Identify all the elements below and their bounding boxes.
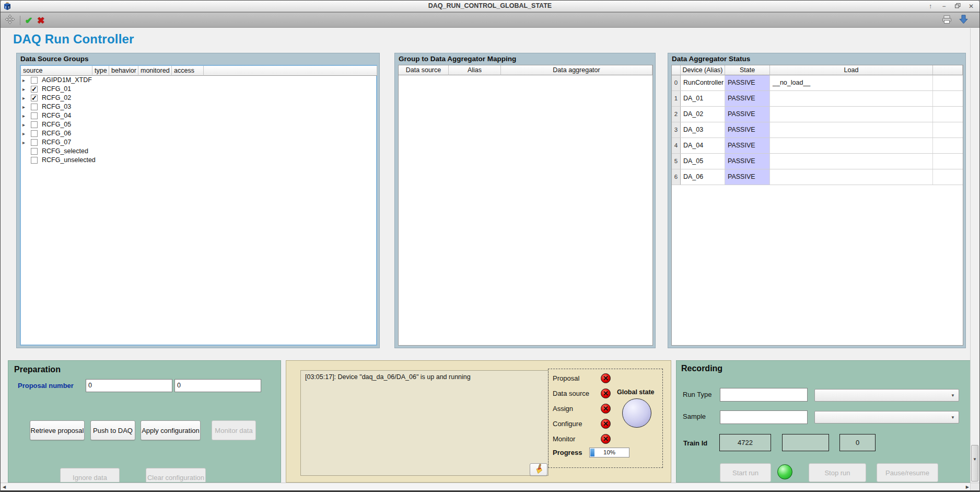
column-header[interactable]: State [725,65,770,75]
app-window: DAQ_RUN_CONTROL_GLOBAL_STATE ↑ − ✕ ✔ ✖ [0,0,980,492]
expander-icon[interactable]: ▸ [22,102,28,111]
checkbox-checked[interactable] [31,95,38,101]
load-cell [770,91,933,106]
column-header[interactable]: type [92,66,109,76]
checkbox-unchecked[interactable] [31,157,38,164]
row-index: 3 [672,122,681,138]
window-shade-icon[interactable]: ↑ [926,2,935,10]
move-icon[interactable] [5,14,15,27]
tree-row[interactable]: RCFG_selected [21,147,376,156]
aggregator-status-panel: Data Aggregator Status Device (Alias)Sta… [668,53,966,348]
source-group-label: RCFG_02 [42,94,71,102]
proposal-number-input-1[interactable]: 0 [86,379,172,392]
tree-row[interactable]: ▸RCFG_03 [21,102,376,111]
tree-row[interactable]: ▸RCFG_07 [21,138,376,147]
column-header[interactable] [933,65,963,75]
aggregator-row[interactable]: 5DA_05PASSIVE [672,154,963,169]
red-x-indicator [601,404,611,414]
expander-icon[interactable]: ▸ [22,76,28,85]
checkbox-unchecked[interactable] [31,148,38,155]
tree-row[interactable]: ▸RCFG_05 [21,120,376,129]
apply-check-icon[interactable]: ✔ [25,15,32,26]
expander-icon[interactable]: ▸ [22,94,28,102]
aggregator-row[interactable]: 1DA_01PASSIVE [672,91,963,107]
column-header[interactable]: monitored [138,66,172,76]
title-bar[interactable]: DAQ_RUN_CONTROL_GLOBAL_STATE ↑ − ✕ [1,1,979,12]
aggregator-status-header[interactable]: Device (Alias)StateLoad [672,65,963,75]
source-tree[interactable]: sourcetypebehaviormonitoredaccess ▸AGIPD… [20,65,377,346]
column-header[interactable] [204,66,377,76]
red-x-indicator [601,434,611,444]
source-group-label: AGIPD1M_XTDF [42,76,92,85]
clear-configuration-button[interactable]: Clear configuration [146,468,206,483]
expander-icon[interactable]: ▸ [22,85,28,94]
tree-row[interactable]: RCFG_unselected [21,156,376,165]
print-icon[interactable] [942,15,952,26]
tree-row[interactable]: ▸AGIPD1M_XTDF [21,76,376,85]
tree-row[interactable]: ▸RCFG_06 [21,129,376,138]
vertical-scrollbar[interactable] [970,28,979,483]
push-to-daq-button[interactable]: Push to DAQ [90,420,135,440]
column-header[interactable]: Load [770,65,933,75]
checkbox-unchecked[interactable] [31,77,38,84]
aggregator-row[interactable]: 6DA_06PASSIVE [672,169,963,185]
data-source-groups-panel: Data Source Groups sourcetypebehaviormon… [16,53,380,348]
vertical-scrollbar-thumb[interactable] [971,445,978,482]
log-area[interactable]: [03:05:17]: Device "daq_da_06/DA_06" is … [300,370,549,476]
horizontal-scrollbar[interactable]: ◀ ▶ [1,483,971,490]
column-header[interactable]: source [21,66,92,76]
cancel-x-icon[interactable]: ✖ [37,15,44,26]
column-header[interactable]: Device (Alias) [681,65,725,75]
scroll-down-icon[interactable]: ▼ [973,457,977,462]
source-tree-header[interactable]: sourcetypebehaviormonitoredaccess [21,66,376,76]
checkbox-unchecked[interactable] [31,130,38,137]
expander-icon[interactable]: ▸ [22,129,28,138]
scroll-right-icon[interactable]: ▶ [966,485,969,489]
aggregator-row[interactable]: 4DA_04PASSIVE [672,138,963,154]
column-header[interactable]: access [172,66,204,76]
state-cell: PASSIVE [725,75,770,90]
proposal-number-input-2[interactable]: 0 [174,379,261,392]
checkbox-unchecked[interactable] [31,112,38,119]
tree-row[interactable]: ▸RCFG_01 [21,85,376,94]
pause-resume-button[interactable]: Pause/resume [877,463,938,482]
expander-icon[interactable]: ▸ [22,111,28,120]
expander-icon[interactable]: ▸ [22,120,28,129]
aggregator-row[interactable]: 2DA_02PASSIVE [672,107,963,122]
sample-combo[interactable] [814,411,959,424]
retrieve-proposal-button[interactable]: Retrieve proposal [30,420,85,440]
column-header[interactable]: Alias [449,65,501,75]
scroll-left-icon[interactable]: ◀ [3,485,6,489]
monitor-data-button[interactable]: Monitor data [212,420,256,440]
mapping-table-header[interactable]: Data sourceAliasData aggregator [399,65,652,75]
column-header[interactable]: Data aggregator [501,65,652,75]
download-arrow-icon[interactable] [959,15,968,26]
window-restore-icon[interactable] [953,2,962,10]
checkbox-checked[interactable] [31,86,38,93]
tree-row[interactable]: ▸RCFG_04 [21,111,376,120]
device-cell: DA_05 [681,154,725,169]
run-type-combo[interactable] [814,389,959,402]
ignore-data-button[interactable]: Ignore data [60,468,120,483]
clear-log-button[interactable] [530,463,547,476]
column-header[interactable] [672,65,681,75]
aggregator-row[interactable]: 0RunControllerPASSIVE__no_load__ [672,75,963,91]
sample-input[interactable] [720,410,808,424]
checkbox-unchecked[interactable] [31,104,38,110]
column-header[interactable]: behavior [109,66,138,76]
run-type-input[interactable] [720,388,808,402]
expander-icon[interactable]: ▸ [22,138,28,147]
start-run-button[interactable]: Start run [720,463,771,482]
apply-configuration-button[interactable]: Apply configuration [141,420,201,440]
aggregator-row[interactable]: 3DA_03PASSIVE [672,122,963,138]
tree-row[interactable]: ▸RCFG_02 [21,94,376,102]
window-close-icon[interactable]: ✕ [967,2,975,10]
stop-run-button[interactable]: Stop run [809,463,866,482]
checkbox-unchecked[interactable] [31,139,38,146]
aggregator-status-table[interactable]: Device (Alias)StateLoad 0RunControllerPA… [671,65,963,346]
train-id-value-3: 0 [839,434,876,451]
mapping-table[interactable]: Data sourceAliasData aggregator [398,65,653,346]
window-minimize-icon[interactable]: − [940,2,948,10]
column-header[interactable]: Data source [399,65,449,75]
checkbox-unchecked[interactable] [31,121,38,128]
